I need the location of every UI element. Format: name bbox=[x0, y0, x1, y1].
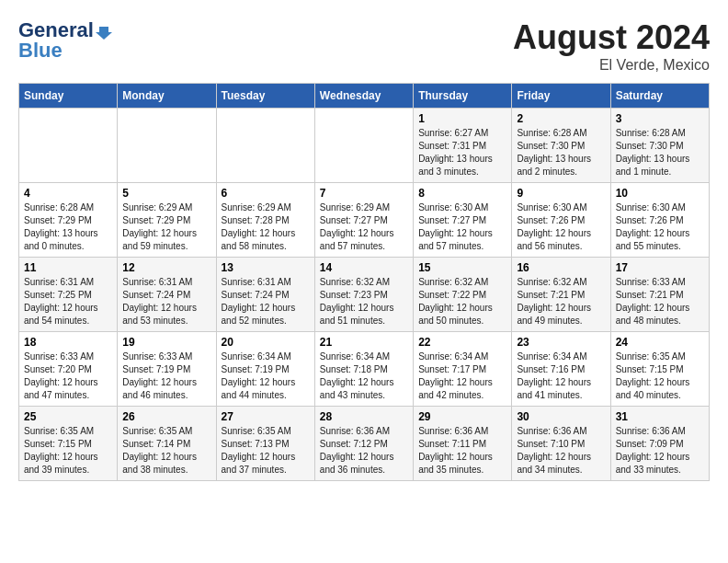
calendar-cell: 21Sunrise: 6:34 AM Sunset: 7:18 PM Dayli… bbox=[314, 332, 413, 407]
calendar-cell: 5Sunrise: 6:29 AM Sunset: 7:29 PM Daylig… bbox=[118, 183, 216, 258]
calendar-cell: 14Sunrise: 6:32 AM Sunset: 7:23 PM Dayli… bbox=[314, 258, 413, 332]
day-number: 6 bbox=[222, 187, 310, 200]
page-header: General Blue August 2024 El Verde, Mexic… bbox=[18, 18, 710, 74]
day-info: Sunrise: 6:27 AM Sunset: 7:31 PM Dayligh… bbox=[418, 127, 506, 178]
day-number: 1 bbox=[418, 112, 506, 125]
calendar-cell: 16Sunrise: 6:32 AM Sunset: 7:21 PM Dayli… bbox=[512, 258, 610, 332]
day-info: Sunrise: 6:33 AM Sunset: 7:20 PM Dayligh… bbox=[24, 350, 112, 402]
day-info: Sunrise: 6:35 AM Sunset: 7:13 PM Dayligh… bbox=[222, 425, 310, 477]
calendar-cell: 28Sunrise: 6:36 AM Sunset: 7:12 PM Dayli… bbox=[314, 407, 413, 481]
day-info: Sunrise: 6:36 AM Sunset: 7:11 PM Dayligh… bbox=[418, 425, 506, 477]
day-number: 17 bbox=[616, 261, 704, 274]
calendar-cell: 8Sunrise: 6:30 AM Sunset: 7:27 PM Daylig… bbox=[414, 183, 512, 258]
day-number: 28 bbox=[320, 410, 408, 423]
calendar-cell: 4Sunrise: 6:28 AM Sunset: 7:29 PM Daylig… bbox=[19, 183, 118, 258]
day-info: Sunrise: 6:32 AM Sunset: 7:22 PM Dayligh… bbox=[418, 276, 506, 327]
calendar-week-row: 4Sunrise: 6:28 AM Sunset: 7:29 PM Daylig… bbox=[19, 183, 710, 258]
calendar-cell: 23Sunrise: 6:34 AM Sunset: 7:16 PM Dayli… bbox=[512, 332, 610, 407]
calendar-cell: 10Sunrise: 6:30 AM Sunset: 7:26 PM Dayli… bbox=[610, 183, 709, 258]
day-number: 18 bbox=[24, 336, 112, 349]
day-info: Sunrise: 6:29 AM Sunset: 7:29 PM Dayligh… bbox=[122, 201, 210, 253]
calendar-cell: 19Sunrise: 6:33 AM Sunset: 7:19 PM Dayli… bbox=[118, 332, 216, 407]
calendar-cell: 18Sunrise: 6:33 AM Sunset: 7:20 PM Dayli… bbox=[19, 332, 118, 407]
day-info: Sunrise: 6:28 AM Sunset: 7:29 PM Dayligh… bbox=[24, 201, 112, 253]
header-saturday: Saturday bbox=[610, 84, 709, 109]
day-info: Sunrise: 6:28 AM Sunset: 7:30 PM Dayligh… bbox=[517, 127, 605, 178]
day-number: 14 bbox=[320, 261, 408, 274]
day-number: 10 bbox=[616, 187, 704, 200]
day-info: Sunrise: 6:33 AM Sunset: 7:21 PM Dayligh… bbox=[616, 276, 704, 327]
calendar-cell: 27Sunrise: 6:35 AM Sunset: 7:13 PM Dayli… bbox=[216, 407, 314, 481]
calendar-table: SundayMondayTuesdayWednesdayThursdayFrid… bbox=[18, 83, 710, 481]
day-number: 2 bbox=[517, 112, 605, 125]
header-thursday: Thursday bbox=[414, 84, 512, 109]
day-number: 16 bbox=[517, 261, 605, 274]
day-number: 20 bbox=[222, 336, 310, 349]
calendar-cell bbox=[19, 109, 118, 183]
calendar-cell: 31Sunrise: 6:36 AM Sunset: 7:09 PM Dayli… bbox=[610, 407, 709, 481]
header-monday: Monday bbox=[118, 84, 216, 109]
calendar-cell: 13Sunrise: 6:31 AM Sunset: 7:24 PM Dayli… bbox=[216, 258, 314, 332]
svg-marker-0 bbox=[96, 27, 112, 40]
day-number: 25 bbox=[24, 410, 112, 423]
calendar-cell bbox=[314, 109, 413, 183]
day-number: 13 bbox=[222, 261, 310, 274]
header-wednesday: Wednesday bbox=[314, 84, 413, 109]
month-year-title: August 2024 bbox=[513, 18, 710, 57]
calendar-cell: 9Sunrise: 6:30 AM Sunset: 7:26 PM Daylig… bbox=[512, 183, 610, 258]
calendar-cell: 22Sunrise: 6:34 AM Sunset: 7:17 PM Dayli… bbox=[414, 332, 512, 407]
calendar-header-row: SundayMondayTuesdayWednesdayThursdayFrid… bbox=[19, 84, 710, 109]
day-info: Sunrise: 6:29 AM Sunset: 7:28 PM Dayligh… bbox=[222, 201, 310, 253]
day-info: Sunrise: 6:35 AM Sunset: 7:15 PM Dayligh… bbox=[24, 425, 112, 477]
day-info: Sunrise: 6:34 AM Sunset: 7:19 PM Dayligh… bbox=[222, 350, 310, 402]
header-sunday: Sunday bbox=[19, 84, 118, 109]
day-info: Sunrise: 6:30 AM Sunset: 7:27 PM Dayligh… bbox=[418, 201, 506, 253]
calendar-week-row: 11Sunrise: 6:31 AM Sunset: 7:25 PM Dayli… bbox=[19, 258, 710, 332]
day-info: Sunrise: 6:35 AM Sunset: 7:14 PM Dayligh… bbox=[122, 425, 210, 477]
logo: General Blue bbox=[18, 18, 112, 63]
day-number: 21 bbox=[320, 336, 408, 349]
calendar-week-row: 25Sunrise: 6:35 AM Sunset: 7:15 PM Dayli… bbox=[19, 407, 710, 481]
day-info: Sunrise: 6:28 AM Sunset: 7:30 PM Dayligh… bbox=[616, 127, 704, 178]
day-number: 24 bbox=[616, 336, 704, 349]
day-number: 26 bbox=[122, 410, 210, 423]
day-number: 4 bbox=[24, 187, 112, 200]
location-title: El Verde, Mexico bbox=[513, 57, 710, 74]
calendar-cell: 20Sunrise: 6:34 AM Sunset: 7:19 PM Dayli… bbox=[216, 332, 314, 407]
day-info: Sunrise: 6:29 AM Sunset: 7:27 PM Dayligh… bbox=[320, 201, 408, 253]
calendar-cell: 15Sunrise: 6:32 AM Sunset: 7:22 PM Dayli… bbox=[414, 258, 512, 332]
calendar-cell: 6Sunrise: 6:29 AM Sunset: 7:28 PM Daylig… bbox=[216, 183, 314, 258]
calendar-cell: 11Sunrise: 6:31 AM Sunset: 7:25 PM Dayli… bbox=[19, 258, 118, 332]
day-info: Sunrise: 6:30 AM Sunset: 7:26 PM Dayligh… bbox=[517, 201, 605, 253]
calendar-cell: 1Sunrise: 6:27 AM Sunset: 7:31 PM Daylig… bbox=[414, 109, 512, 183]
header-tuesday: Tuesday bbox=[216, 84, 314, 109]
day-number: 29 bbox=[418, 410, 506, 423]
day-number: 27 bbox=[222, 410, 310, 423]
day-number: 19 bbox=[122, 336, 210, 349]
day-info: Sunrise: 6:31 AM Sunset: 7:24 PM Dayligh… bbox=[222, 276, 310, 327]
day-number: 30 bbox=[517, 410, 605, 423]
day-info: Sunrise: 6:30 AM Sunset: 7:26 PM Dayligh… bbox=[616, 201, 704, 253]
calendar-cell: 7Sunrise: 6:29 AM Sunset: 7:27 PM Daylig… bbox=[314, 183, 413, 258]
day-number: 9 bbox=[517, 187, 605, 200]
calendar-cell bbox=[216, 109, 314, 183]
day-number: 31 bbox=[616, 410, 704, 423]
day-info: Sunrise: 6:35 AM Sunset: 7:15 PM Dayligh… bbox=[616, 350, 704, 402]
calendar-cell: 30Sunrise: 6:36 AM Sunset: 7:10 PM Dayli… bbox=[512, 407, 610, 481]
day-info: Sunrise: 6:33 AM Sunset: 7:19 PM Dayligh… bbox=[122, 350, 210, 402]
header-friday: Friday bbox=[512, 84, 610, 109]
day-info: Sunrise: 6:36 AM Sunset: 7:09 PM Dayligh… bbox=[616, 425, 704, 477]
day-number: 23 bbox=[517, 336, 605, 349]
calendar-cell: 12Sunrise: 6:31 AM Sunset: 7:24 PM Dayli… bbox=[118, 258, 216, 332]
logo-arrow-icon bbox=[96, 23, 112, 40]
title-block: August 2024 El Verde, Mexico bbox=[513, 18, 710, 74]
day-number: 22 bbox=[418, 336, 506, 349]
day-info: Sunrise: 6:32 AM Sunset: 7:23 PM Dayligh… bbox=[320, 276, 408, 327]
day-number: 5 bbox=[122, 187, 210, 200]
day-info: Sunrise: 6:34 AM Sunset: 7:17 PM Dayligh… bbox=[418, 350, 506, 402]
logo-blue-text: Blue bbox=[18, 39, 63, 63]
calendar-cell bbox=[118, 109, 216, 183]
day-info: Sunrise: 6:32 AM Sunset: 7:21 PM Dayligh… bbox=[517, 276, 605, 327]
calendar-cell: 3Sunrise: 6:28 AM Sunset: 7:30 PM Daylig… bbox=[610, 109, 709, 183]
day-info: Sunrise: 6:34 AM Sunset: 7:18 PM Dayligh… bbox=[320, 350, 408, 402]
